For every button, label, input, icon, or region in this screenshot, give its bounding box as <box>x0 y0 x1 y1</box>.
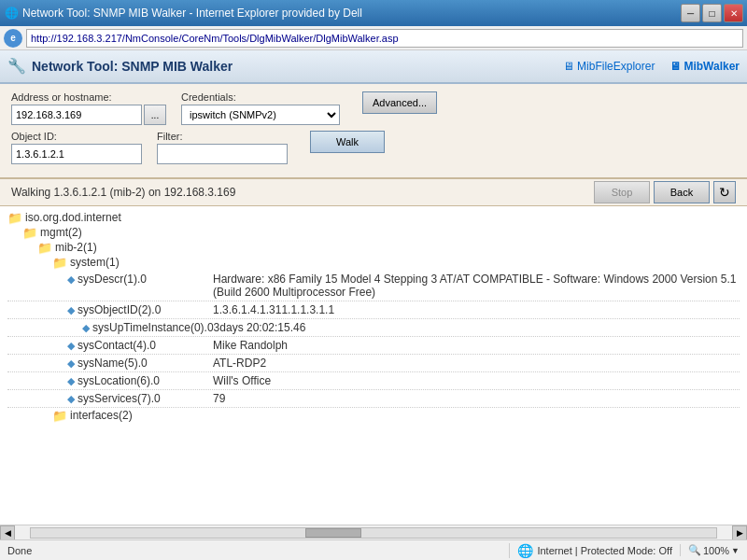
walking-status-text: Walking 1.3.6.1.2.1 (mib-2) on 192.168.3… <box>11 186 235 199</box>
mib-walker-icon: 🖥 <box>669 60 681 73</box>
node-label[interactable]: mgmt(2) <box>40 226 82 239</box>
title-bar: 🌐 Network Tool: SNMP MIB Walker - Intern… <box>0 0 747 26</box>
list-item: ◆ sysContact(4).0 Mike Randolph <box>7 337 740 355</box>
folder-icon: 📁 <box>37 241 52 255</box>
zoom-text: 100% <box>703 545 729 556</box>
address-label: Address or hostname: <box>11 91 166 103</box>
list-item: ◆ sysUpTimeInstance(0).0 3days 20:02:15.… <box>7 319 740 337</box>
title-bar-icon: 🌐 <box>4 6 19 21</box>
scroll-track[interactable] <box>30 527 717 539</box>
walk-button[interactable]: Walk <box>310 131 385 153</box>
scroll-thumb[interactable] <box>305 528 361 538</box>
browse-button[interactable]: ... <box>144 105 166 125</box>
leaf-icon: ◆ <box>67 357 75 370</box>
node-value: 3days 20:02:15.46 <box>214 321 306 334</box>
list-item: 📁 interfaces(2) <box>7 409 740 423</box>
action-buttons: Advanced... <box>362 91 437 114</box>
advanced-button[interactable]: Advanced... <box>362 91 437 114</box>
app-header-links: 🖥 MibFileExplorer 🖥 MibWalker <box>563 60 740 73</box>
leaf-icon: ◆ <box>67 340 75 352</box>
horizontal-scrollbar[interactable]: ◀ ▶ <box>0 525 747 539</box>
objectid-label: Object ID: <box>11 131 142 142</box>
leaf-icon: ◆ <box>67 393 75 405</box>
list-item: ◆ sysServices(7).0 79 <box>7 390 740 408</box>
minimize-button[interactable]: ─ <box>681 4 700 22</box>
list-item: ◆ sysName(5).0 ATL-RDP2 <box>7 355 740 372</box>
node-label[interactable]: sysContact(4).0 <box>78 339 156 352</box>
filter-input[interactable] <box>157 144 288 164</box>
filter-label: Filter: <box>157 131 288 142</box>
address-input-row: ... <box>11 105 166 125</box>
leaf-icon: ◆ <box>82 322 90 334</box>
credentials-group: Credentials: ipswitch (SNMPv2) <box>181 91 340 125</box>
list-item: 📁 iso.org.dod.internet <box>7 211 740 225</box>
node-label[interactable]: sysLocation(6).0 <box>78 374 160 387</box>
mib-walker-link[interactable]: 🖥 MibWalker <box>669 60 740 73</box>
node-label[interactable]: sysServices(7).0 <box>78 392 161 405</box>
node-label[interactable]: sysName(5).0 <box>78 357 148 370</box>
node-value: Hardware: x86 Family 15 Model 4 Stepping… <box>213 273 736 299</box>
address-input[interactable] <box>11 105 142 125</box>
folder-icon: 📁 <box>52 409 67 423</box>
node-value: Will's Office <box>213 374 271 387</box>
maximize-button[interactable]: □ <box>702 4 722 22</box>
stop-button[interactable]: Stop <box>594 181 650 203</box>
zoom-icon: 🔍 <box>688 544 701 556</box>
node-value: 1.3.6.1.4.1.311.1.1.3.1.1 <box>213 303 334 316</box>
browser-icon: e <box>4 29 22 48</box>
node-label[interactable]: mib-2(1) <box>55 241 97 254</box>
scroll-left-button[interactable]: ◀ <box>0 525 15 540</box>
list-item: 📁 mib-2(1) <box>7 241 740 255</box>
node-label[interactable]: sysUpTimeInstance(0).0 <box>92 321 214 334</box>
address-input[interactable] <box>26 29 743 48</box>
form-row-2: Object ID: Filter: Walk <box>11 131 736 164</box>
filter-group: Filter: <box>157 131 288 164</box>
mib-file-explorer-link[interactable]: 🖥 MibFileExplorer <box>563 60 655 73</box>
zone-text: Internet | Protected Mode: Off <box>537 545 672 556</box>
objectid-group: Object ID: <box>11 131 142 164</box>
node-label[interactable]: iso.org.dod.internet <box>25 211 121 224</box>
status-action-buttons: Stop Back ↻ <box>594 181 736 203</box>
node-label[interactable]: interfaces(2) <box>70 409 133 422</box>
app-header: 🔧 Network Tool: SNMP MIB Walker 🖥 MibFil… <box>0 50 747 84</box>
tree-area[interactable]: 📁 iso.org.dod.internet 📁 mgmt(2) 📁 mib-2… <box>0 206 747 525</box>
refresh-button[interactable]: ↻ <box>713 181 736 203</box>
ie-status-bar: Done 🌐 Internet | Protected Mode: Off 🔍 … <box>0 539 747 560</box>
globe-icon: 🌐 <box>517 543 533 558</box>
list-item: 📁 system(1) <box>7 256 740 270</box>
app-header-icon: 🔧 <box>7 57 26 76</box>
form-area: Address or hostname: ... Credentials: ip… <box>0 84 747 178</box>
folder-icon: 📁 <box>7 211 22 225</box>
node-label[interactable]: system(1) <box>70 256 120 269</box>
close-button[interactable]: ✕ <box>724 4 743 22</box>
back-button[interactable]: Back <box>654 181 710 203</box>
list-item: ◆ sysObjectID(2).0 1.3.6.1.4.1.311.1.1.3… <box>7 301 740 319</box>
credentials-label: Credentials: <box>181 91 340 103</box>
form-row-1: Address or hostname: ... Credentials: ip… <box>11 91 736 125</box>
address-group: Address or hostname: ... <box>11 91 166 125</box>
ie-status-text: Done <box>7 545 501 556</box>
folder-icon: 📁 <box>22 226 37 240</box>
app-header-title: Network Tool: SNMP MIB Walker <box>32 59 563 74</box>
walk-button-col: Walk <box>310 131 385 153</box>
node-value: Mike Randolph <box>213 339 288 352</box>
objectid-input[interactable] <box>11 144 142 164</box>
node-value: ATL-RDP2 <box>213 357 266 370</box>
node-label[interactable]: sysDescr(1).0 <box>78 273 147 286</box>
scroll-right-button[interactable]: ▶ <box>732 525 747 540</box>
address-bar: e <box>0 26 747 50</box>
ie-zone: 🌐 Internet | Protected Mode: Off <box>509 543 672 558</box>
folder-icon: 📁 <box>52 256 67 270</box>
list-item: ◆ sysDescr(1).0 Hardware: x86 Family 15 … <box>7 271 740 301</box>
zoom-dropdown-icon[interactable]: ▼ <box>731 546 740 555</box>
leaf-icon: ◆ <box>67 304 75 316</box>
title-bar-controls: ─ □ ✕ <box>681 4 743 22</box>
node-value: 79 <box>213 392 225 405</box>
leaf-icon: ◆ <box>67 375 75 387</box>
title-bar-title: Network Tool: SNMP MIB Walker - Internet… <box>22 7 681 20</box>
node-label[interactable]: sysObjectID(2).0 <box>78 303 161 316</box>
mib-file-explorer-icon: 🖥 <box>563 60 574 73</box>
ie-zoom[interactable]: 🔍 100% ▼ <box>680 544 740 556</box>
credentials-select[interactable]: ipswitch (SNMPv2) <box>181 105 340 125</box>
walking-status-bar: Walking 1.3.6.1.2.1 (mib-2) on 192.168.3… <box>0 178 747 206</box>
